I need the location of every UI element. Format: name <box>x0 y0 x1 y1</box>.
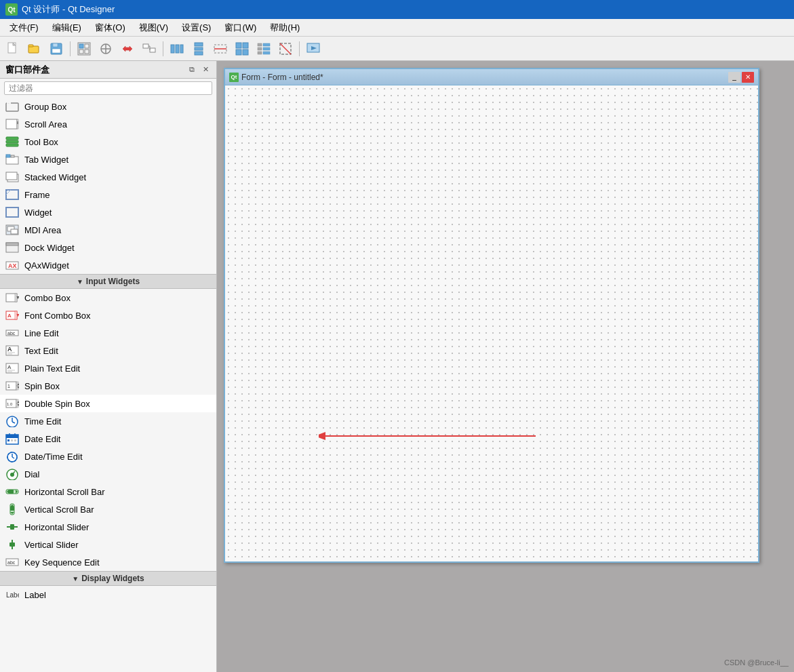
menu-window-form[interactable]: 窗体(O) <box>88 20 132 36</box>
v-scroll-bar-icon <box>5 502 19 516</box>
widget-item-frame-label: Frame <box>24 190 50 200</box>
widget-icon <box>5 205 19 219</box>
widget-item-datetime-edit-label: Date/Time Edit <box>24 452 83 462</box>
svg-rect-47 <box>6 144 18 146</box>
menu-edit[interactable]: 编辑(E) <box>45 20 88 36</box>
toolbar-widget-edit[interactable] <box>74 39 94 58</box>
svg-rect-45 <box>6 137 18 140</box>
key-sequence-edit-icon: abc <box>5 555 19 569</box>
svg-rect-20 <box>195 43 203 46</box>
widget-item-group-box[interactable]: ... Group Box <box>0 98 216 115</box>
plain-text-edit-icon: A <box>5 361 19 375</box>
widget-item-tab-widget-label: Tab Widget <box>24 155 68 165</box>
toolbar-sep-1 <box>70 41 71 56</box>
widget-item-spin-box[interactable]: 1▲▼ Spin Box <box>0 377 216 395</box>
category-input-widgets-label: Input Widgets <box>86 277 140 286</box>
title-bar: Qt Qt 设计师 - Qt Designer <box>0 0 794 19</box>
main-content: 窗口部件盒 ⧉ ✕ ... Group Box Scroll Area <box>0 61 794 672</box>
widget-item-line-edit[interactable]: abc Line Edit <box>0 324 216 342</box>
double-spin-box-icon: 1.0▲▼ <box>5 397 19 410</box>
widget-item-dial[interactable]: Dial <box>0 465 216 483</box>
svg-text:abc: abc <box>7 560 16 565</box>
widget-item-label[interactable]: Label Label <box>0 586 216 604</box>
widget-item-scroll-area[interactable]: Scroll Area <box>0 115 216 133</box>
widget-item-time-edit[interactable]: Time Edit <box>0 412 216 430</box>
menu-view[interactable]: 视图(V) <box>132 20 175 36</box>
menu-settings[interactable]: 设置(S) <box>175 20 218 36</box>
toolbar-open[interactable] <box>24 39 45 58</box>
svg-rect-8 <box>79 44 83 48</box>
widget-item-stacked-widget[interactable]: Stacked Widget <box>0 168 216 186</box>
widget-item-text-edit[interactable]: A Text Edit <box>0 342 216 359</box>
svg-rect-59 <box>11 229 18 234</box>
form-title: Form - Form - untitled* <box>241 73 726 82</box>
svg-rect-100 <box>7 439 9 441</box>
toolbar-preview[interactable] <box>303 39 323 58</box>
widget-item-h-slider[interactable]: Horizontal Slider <box>0 518 216 536</box>
svg-rect-44 <box>17 121 18 124</box>
toolbar-layout-break[interactable] <box>210 39 231 58</box>
category-input-widgets[interactable]: ▼ Input Widgets <box>0 274 216 289</box>
menu-help[interactable]: 帮助(H) <box>263 20 306 36</box>
form-minimize-btn[interactable]: _ <box>728 72 740 83</box>
time-edit-icon <box>5 414 19 428</box>
category-display-widgets[interactable]: ▼ Display Widgets <box>0 571 216 586</box>
svg-text:▼: ▼ <box>17 403 20 407</box>
svg-rect-31 <box>258 47 262 50</box>
widget-item-tool-box-label: Tool Box <box>24 137 58 147</box>
widget-item-font-combo-box[interactable]: A▼ Font Combo Box <box>0 307 216 324</box>
form-titlebar: Qt Form - Form - untitled* _ ✕ <box>225 69 758 85</box>
toolbar-layout-clear[interactable] <box>275 39 296 58</box>
widget-item-qax-widget[interactable]: AX QAxWidget <box>0 256 216 274</box>
toolbar-layout-v[interactable] <box>188 39 209 58</box>
widget-item-tab-widget[interactable]: Tab Widget <box>0 151 216 168</box>
widget-box-float-btn[interactable]: ⧉ <box>186 64 197 75</box>
widget-item-h-scroll-bar[interactable]: Horizontal Scroll Bar <box>0 483 216 500</box>
menu-file[interactable]: 文件(F) <box>3 20 45 36</box>
widget-box-close-btn[interactable]: ✕ <box>200 64 211 75</box>
widget-item-key-sequence-edit[interactable]: abc Key Sequence Edit <box>0 553 216 571</box>
toolbar-layout-h[interactable] <box>167 39 187 58</box>
widget-item-double-spin-box[interactable]: 1.0▲▼ Double Spin Box <box>0 395 216 412</box>
toolbar-tab-order[interactable] <box>139 39 159 58</box>
widget-item-datetime-edit[interactable]: Date/Time Edit <box>0 448 216 465</box>
h-slider-icon <box>5 520 19 534</box>
svg-rect-21 <box>195 47 203 50</box>
svg-rect-25 <box>236 43 241 48</box>
svg-rect-10 <box>79 50 83 54</box>
filter-input[interactable] <box>4 81 212 95</box>
form-window-btns: _ ✕ <box>728 72 754 83</box>
widget-box-panel: 窗口部件盒 ⧉ ✕ ... Group Box Scroll Area <box>0 61 217 672</box>
form-canvas[interactable] <box>225 85 758 561</box>
toolbar-layout-form[interactable] <box>254 39 274 58</box>
widget-item-frame[interactable]: Frame <box>0 186 216 203</box>
svg-rect-119 <box>10 524 14 530</box>
stacked-widget-icon <box>5 170 19 184</box>
svg-rect-102 <box>14 439 16 441</box>
widget-item-combo-box[interactable]: ▼ Combo Box <box>0 289 216 307</box>
widget-item-tool-box[interactable]: Tool Box <box>0 133 216 151</box>
widget-item-widget[interactable]: Widget <box>0 203 216 221</box>
toolbar-layout-grid[interactable] <box>232 39 252 58</box>
toolbar-buddy[interactable] <box>117 39 138 58</box>
datetime-edit-icon <box>5 450 19 463</box>
widget-item-v-scroll-bar[interactable]: Vertical Scroll Bar <box>0 500 216 518</box>
toolbar-new[interactable] <box>3 39 23 58</box>
date-edit-icon <box>5 432 19 446</box>
widget-item-h-slider-label: Horizontal Slider <box>24 522 89 532</box>
svg-rect-39 <box>6 103 18 111</box>
widget-item-mdi-area[interactable]: MDI Area <box>0 221 216 239</box>
toolbar-signal-slot[interactable] <box>96 39 116 58</box>
widget-item-v-slider[interactable]: Vertical Slider <box>0 536 216 553</box>
menu-window[interactable]: 窗口(W) <box>218 20 263 36</box>
svg-rect-34 <box>263 52 270 54</box>
widget-item-date-edit[interactable]: Date Edit <box>0 430 216 448</box>
widget-item-dock-widget[interactable]: Dock Widget <box>0 239 216 256</box>
widget-item-date-edit-label: Date Edit <box>24 434 60 444</box>
svg-rect-61 <box>6 243 18 245</box>
widget-item-widget-label: Widget <box>24 207 52 218</box>
svg-rect-49 <box>6 155 10 157</box>
toolbar-save[interactable] <box>46 39 66 58</box>
widget-item-plain-text-edit[interactable]: A Plain Text Edit <box>0 359 216 377</box>
form-close-btn[interactable]: ✕ <box>742 72 754 83</box>
